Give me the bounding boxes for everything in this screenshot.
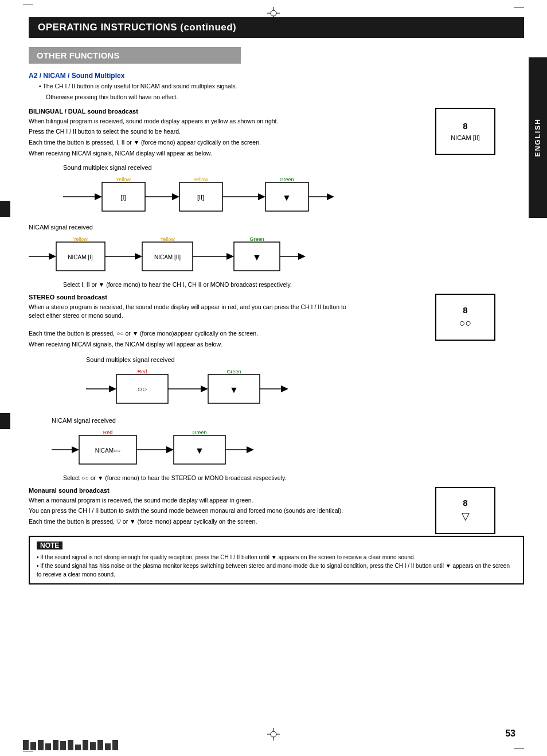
barcode-strip <box>23 740 118 750</box>
flow-svg-n1: NICAM [I] Yellow NICAM [II] Yellow ▼ Gre… <box>29 236 361 276</box>
svg-marker-14 <box>258 193 265 200</box>
svg-marker-50 <box>72 446 79 453</box>
diagram-label-sm1: Sound multiplex signal received <box>63 164 524 171</box>
a2-nicam-section: A2 / NICAM / Sound Multiplex • The CH I … <box>29 72 524 102</box>
monaural-body1: When a monaural program is received, the… <box>29 496 373 505</box>
diagram-label-n1: NICAM signal received <box>29 224 524 231</box>
flow-svg-n2: NICAM○○ Red ▼ Green <box>52 430 304 470</box>
english-sidebar: ENGLISH <box>529 57 547 218</box>
select-text-1: Select I, II or ▼ (force mono) to hear t… <box>63 281 524 288</box>
monitor-monaural: 8 ▽ <box>435 487 495 534</box>
svg-text:Yellow: Yellow <box>193 177 208 182</box>
svg-text:NICAM [II]: NICAM [II] <box>154 254 181 260</box>
svg-text:Yellow: Yellow <box>160 236 175 242</box>
monaural-section: Monaural sound broadcast 8 ▽ When a mona… <box>29 487 524 527</box>
note-title: NOTE <box>37 541 62 550</box>
diagram-sound-multiplex-1: Sound multiplex signal received [I] Yell… <box>63 164 524 218</box>
svg-marker-55 <box>166 446 174 453</box>
top-right-line <box>514 7 524 7</box>
bar-4 <box>45 743 51 750</box>
header-title: OPERATING INSTRUCTIONS (continued) <box>38 22 236 33</box>
svg-marker-4 <box>95 193 102 200</box>
flow-svg-sm1: [I] Yellow [II] Yellow ▼ Green <box>63 177 384 217</box>
diagram-sound-multiplex-2: Sound multiplex signal received ○○ Red ▼… <box>86 356 524 410</box>
bar-12 <box>105 743 111 750</box>
bar-1 <box>23 740 29 750</box>
left-marker-1 <box>0 201 10 217</box>
svg-text:NICAM○○: NICAM○○ <box>95 447 120 454</box>
stereo-body3: When receiving NICAM signals, the NICAM … <box>29 340 524 349</box>
svg-marker-38 <box>109 385 116 392</box>
monitor-stereo-symbol: ○○ <box>459 317 472 329</box>
svg-text:○○: ○○ <box>138 384 147 393</box>
bar-8 <box>75 745 81 750</box>
a2-nicam-title: A2 / NICAM / Sound Multiplex <box>29 72 524 80</box>
svg-point-63 <box>271 731 276 737</box>
svg-text:Green: Green <box>192 430 206 435</box>
monitor-stereo: 8 ○○ <box>435 294 495 341</box>
monitor-stereo-number: 8 <box>463 305 467 315</box>
svg-marker-26 <box>135 253 142 260</box>
svg-point-2 <box>271 10 276 16</box>
bilingual-section: BILINGUAL / DUAL sound broadcast 8 NICAM… <box>29 108 524 158</box>
bottom-left-line <box>23 751 33 751</box>
bar-6 <box>60 741 66 750</box>
svg-marker-36 <box>298 253 306 260</box>
bottom-right-line <box>514 749 524 749</box>
stereo-body1: When a stereo program is received, the s… <box>29 303 350 321</box>
bar-2 <box>30 742 36 750</box>
svg-marker-43 <box>201 385 208 392</box>
svg-text:Yellow: Yellow <box>116 177 131 182</box>
section-title: OTHER FUNCTIONS <box>37 50 119 60</box>
svg-text:Red: Red <box>103 430 113 435</box>
svg-text:[I]: [I] <box>120 194 126 201</box>
svg-text:Red: Red <box>138 369 147 375</box>
bar-11 <box>97 740 103 750</box>
diagram-nicam-1: NICAM signal received NICAM [I] Yellow N… <box>29 224 524 278</box>
bottom-crosshair <box>267 728 280 742</box>
svg-text:Yellow: Yellow <box>73 236 88 242</box>
monitor-bilingual: 8 NICAM [II] <box>435 108 495 155</box>
svg-text:NICAM [I]: NICAM [I] <box>68 254 93 260</box>
a2-bullet-1: • The CH I / II button is only useful fo… <box>29 82 524 91</box>
svg-marker-9 <box>172 193 179 200</box>
svg-text:▼: ▼ <box>195 446 204 455</box>
select-text-2: Select ○○ or ▼ (force mono) to hear the … <box>63 474 524 481</box>
left-marker-2 <box>0 413 10 429</box>
svg-marker-48 <box>281 385 288 392</box>
svg-text:▼: ▼ <box>252 252 261 262</box>
bar-5 <box>53 740 58 750</box>
flow-svg-sm2: ○○ Red ▼ Green <box>86 369 338 409</box>
svg-text:Green: Green <box>249 236 264 242</box>
top-left-line <box>23 5 33 5</box>
note-bullet-1: • If the sound signal is not strong enou… <box>37 553 516 562</box>
stereo-section: STEREO sound broadcast 8 ○○ When a stere… <box>29 294 524 349</box>
diagram-nicam-2: NICAM signal received NICAM○○ Red ▼ Gree… <box>52 417 524 471</box>
diagram-label-sm2: Sound multiplex signal received <box>86 356 524 363</box>
note-section: NOTE • If the sound signal is not strong… <box>29 536 524 584</box>
page-number: 53 <box>505 728 515 739</box>
svg-marker-31 <box>226 253 234 260</box>
bar-10 <box>90 742 96 750</box>
svg-text:▼: ▼ <box>282 193 291 202</box>
english-label: ENGLISH <box>534 118 542 157</box>
bar-7 <box>68 740 73 750</box>
bilingual-body1: When bilingual program is received, soun… <box>29 117 350 126</box>
svg-marker-60 <box>247 446 254 453</box>
svg-marker-21 <box>49 253 56 260</box>
monitor-bilingual-number: 8 <box>463 121 467 131</box>
svg-text:Green: Green <box>279 177 294 182</box>
section-header: OTHER FUNCTIONS <box>29 47 241 64</box>
monitor-monaural-symbol: ▽ <box>462 510 470 523</box>
diagram-label-n2: NICAM signal received <box>52 417 524 424</box>
top-crosshair <box>267 7 280 21</box>
note-bullet-2: • If the sound signal has hiss noise or … <box>37 562 516 579</box>
monitor-monaural-number: 8 <box>463 498 467 508</box>
svg-text:Green: Green <box>226 369 241 375</box>
bar-9 <box>83 740 88 750</box>
bar-13 <box>112 740 118 750</box>
svg-text:▼: ▼ <box>229 385 239 395</box>
bar-3 <box>38 740 44 750</box>
page: ENGLISH OPERATING INSTRUCTIONS (continue… <box>0 0 547 756</box>
svg-text:[II]: [II] <box>197 194 204 201</box>
